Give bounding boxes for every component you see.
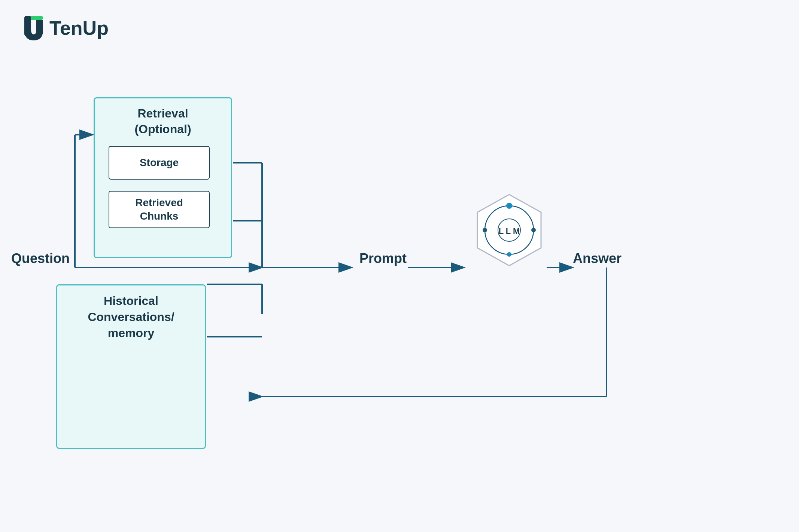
svg-text:L L M: L L M — [499, 226, 520, 236]
prompt-label: Prompt — [359, 251, 407, 266]
diagram: Retrieval(Optional) Storage RetrievedChu… — [0, 60, 799, 509]
llm-container: L L M — [472, 191, 547, 273]
history-title: HistoricalConversations/memory — [57, 293, 205, 342]
storage-box: Storage — [109, 146, 210, 180]
svg-point-24 — [506, 203, 512, 209]
tenup-logo-icon — [22, 15, 45, 41]
svg-point-25 — [507, 252, 511, 257]
history-box: HistoricalConversations/memory — [56, 284, 206, 449]
answer-label: Answer — [573, 251, 622, 266]
storage-label: Storage — [140, 157, 179, 169]
chunks-label: RetrievedChunks — [135, 196, 183, 223]
svg-point-26 — [483, 228, 487, 232]
logo-text: TenUp — [49, 17, 109, 39]
llm-icon: L L M — [472, 191, 547, 273]
logo: TenUp — [22, 15, 109, 41]
svg-point-27 — [531, 228, 536, 232]
retrieval-title: Retrieval(Optional) — [95, 106, 231, 137]
chunks-box: RetrievedChunks — [109, 191, 210, 228]
question-label: Question — [11, 251, 70, 266]
